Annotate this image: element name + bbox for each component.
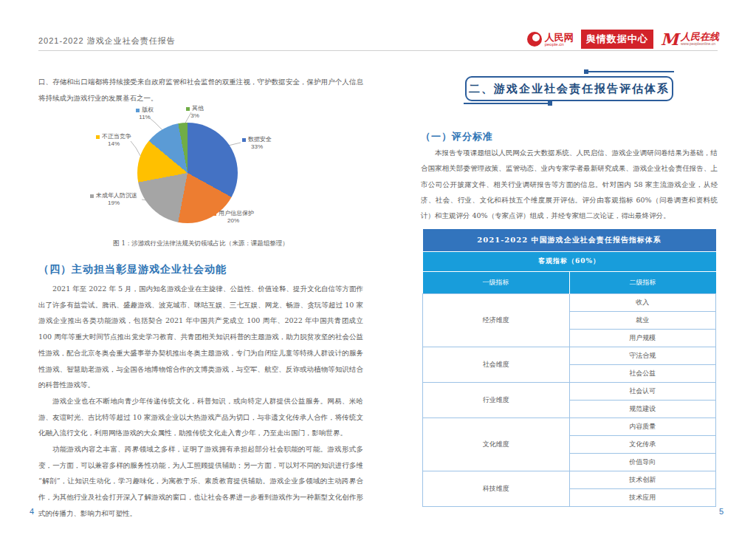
pie-label-text: 不正当竞争 — [102, 133, 131, 140]
pie-label-pct: 11% — [139, 114, 150, 121]
people-cn-logo: 人民网 people.cn — [527, 32, 574, 47]
header-logos: 人民网 people.cn 舆情数据中心 M 人民在线 www.peopleon… — [527, 30, 719, 49]
table-level2-cell: 规范建设 — [569, 400, 716, 418]
pie-label-pct: 3% — [190, 112, 199, 120]
people-online-logo: M 人民在线 www.peopleonline.cn — [661, 31, 719, 47]
pie-label-minor-protection: 未成年人防沉迷 19% — [90, 192, 137, 207]
table-level1-cell: 科技维度 — [423, 471, 570, 506]
pie-label-data-security: 数据安全 33% — [242, 136, 272, 151]
pie-label-text: 数据安全 — [248, 136, 272, 143]
people-cn-swirl-icon — [527, 32, 542, 47]
people-online-m-icon: M — [661, 31, 678, 47]
page-number-right: 5 — [719, 507, 724, 516]
pie-label-user-info: 用户信息保护 20% — [213, 210, 254, 225]
table-level2-cell: 文化传承 — [569, 435, 716, 453]
table-level2-cell: 技术创新 — [569, 471, 716, 488]
pie — [137, 123, 238, 223]
people-online-wordmark: 人民在线 — [681, 32, 719, 42]
table-level2-cell: 社会认可 — [569, 382, 716, 400]
left-body-text: 2021 年至 2022 年 5 月，国内知名游戏企业在主旋律、公益性、价值诠释… — [38, 281, 363, 522]
table-level2-cell: 就业 — [569, 311, 716, 329]
legend-swatch-icon — [136, 109, 140, 112]
right-section-heading: （一）评分标准 — [421, 130, 493, 143]
table-level1-cell: 经济维度 — [423, 293, 570, 347]
banner-decor-line-bottom — [464, 103, 551, 104]
left-section-heading: （四）主动担当彰显游戏企业社会动能 — [38, 263, 227, 276]
table-level2-cell: 守法合规 — [569, 347, 716, 364]
pie-label-other: 其他 3% — [186, 105, 204, 120]
legend-swatch-icon — [186, 107, 190, 111]
indicator-table: 2021-2022 中国游戏企业社会责任报告指标体系 客观指标（60%） 一级指… — [422, 229, 716, 507]
yuqing-data-center-badge: 舆情数据中心 — [581, 30, 653, 49]
legend-swatch-icon — [96, 135, 100, 139]
table-level1-cell: 文化维度 — [423, 418, 570, 471]
page-number-left: 4 — [30, 507, 34, 516]
pie-label-pct: 33% — [251, 143, 263, 151]
legend-swatch-icon — [213, 212, 216, 216]
pie-label-text: 版权 — [142, 106, 154, 114]
table-level2-cell: 用户规模 — [569, 329, 716, 347]
pie-label-text: 用户信息保护 — [219, 210, 254, 217]
table-level1-cell: 社会维度 — [423, 347, 570, 382]
report-header-title: 2021-2022 游戏企业社会责任报告 — [38, 35, 176, 47]
table-title: 2021-2022 中国游戏企业社会责任报告指标体系 — [423, 229, 716, 251]
paragraph: 功能游戏内容之丰富、跨界领域之多样，证明了游戏拥有承担起部分社会职能的可能。游戏… — [38, 441, 363, 522]
table-level2-cell: 价值导向 — [569, 453, 716, 471]
people-cn-url: people.cn — [545, 42, 574, 47]
pie-label-pct: 19% — [108, 200, 120, 207]
paragraph: 2021 年至 2022 年 5 月，国内知名游戏企业在主旋律、公益性、价值诠释… — [38, 281, 363, 393]
pie-label-text: 其他 — [192, 105, 204, 112]
table-level2-cell: 社会公益 — [569, 364, 716, 382]
table-col-header-level2: 二级指标 — [569, 271, 716, 293]
pie-label-text: 未成年人防沉迷 — [96, 192, 137, 200]
table-col-header-level1: 一级指标 — [423, 271, 570, 293]
right-paragraph: 本报告专项课题组以人民网众云大数据系统、人民启信、游戏企业调研问卷结果为基础，结… — [421, 145, 718, 223]
pie-label-unfair-competition: 不正当竞争 14% — [96, 133, 131, 148]
table-subtitle: 客观指标（60%） — [423, 251, 716, 271]
banner-title: 二、游戏企业社会责任报告评估体系 — [469, 82, 670, 96]
legend-swatch-icon — [242, 138, 246, 142]
pie-chart: 数据安全 33% 用户信息保护 20% 未成年人防沉迷 19% 不正当竞争 14… — [74, 102, 329, 242]
people-online-url: www.peopleonline.cn — [681, 42, 719, 47]
table-level1-cell: 行业维度 — [423, 382, 570, 418]
pie-label-pct: 14% — [108, 140, 120, 148]
table-level2-cell: 内容质量 — [569, 418, 716, 435]
table-level2-cell: 技术应用 — [569, 488, 716, 506]
banner-decor-line-top — [585, 71, 674, 72]
legend-swatch-icon — [90, 194, 94, 198]
pie-label-copyright: 版权 11% — [136, 106, 154, 121]
header-divider — [38, 50, 718, 51]
table-body: 经济维度收入就业用户规模社会维度守法合规社会公益行业维度社会认可规范建设文化维度… — [423, 293, 716, 506]
section-banner: 二、游戏企业社会责任报告评估体系 — [465, 76, 673, 101]
table-level2-cell: 收入 — [569, 293, 716, 311]
figure-caption: 图 1：涉游戏行业法律法规关切领域占比（来源：课题组整理） — [38, 239, 363, 248]
paragraph: 游戏企业也在不断地向青少年传递传统文化，科普知识，或向特定人群提供公益服务。网易… — [38, 393, 363, 441]
pie-label-pct: 20% — [227, 217, 239, 225]
people-cn-wordmark: 人民网 — [545, 33, 574, 42]
